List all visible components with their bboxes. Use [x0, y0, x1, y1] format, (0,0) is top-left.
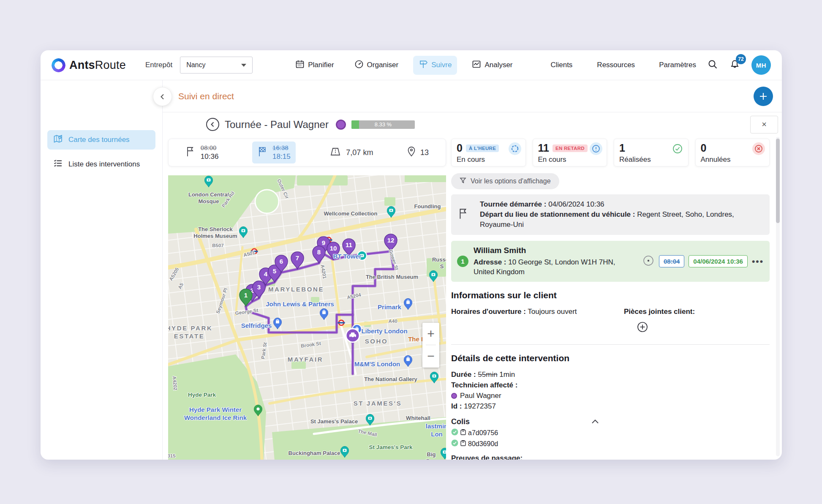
check-circle-icon	[451, 439, 458, 448]
proofs-label: Preuves de passage:	[451, 454, 523, 460]
package-icon	[460, 440, 466, 448]
bag-pin-poi-icon	[320, 309, 328, 320]
technician-color-dot	[451, 393, 457, 399]
camera-pin-poi-icon	[240, 227, 248, 238]
checkered-flag-icon	[257, 146, 268, 159]
end-new: 18:15	[272, 152, 291, 161]
zoom-out-button[interactable]: −	[422, 345, 439, 367]
tab-suivre[interactable]: Suivre	[413, 56, 457, 75]
tab-analyser[interactable]: Analyser	[466, 56, 518, 75]
route-marker-8[interactable]: 8	[313, 246, 325, 263]
chevron-up-icon	[591, 418, 599, 426]
colis-item: a7d09756	[451, 428, 770, 437]
display-options-button[interactable]: Voir les options d'affichage	[451, 173, 559, 189]
map-poi-layer	[205, 176, 446, 460]
card-value: 11	[538, 142, 549, 154]
tab-label: Planifier	[308, 61, 334, 69]
chevron-down-icon	[241, 64, 246, 67]
card-value: 0	[457, 142, 463, 154]
stop-card[interactable]: 1 William Smith Adresse : 10 George St, …	[451, 241, 770, 282]
svg-text:10: 10	[330, 245, 337, 252]
camera-pin-poi-icon	[205, 176, 213, 188]
check-icon	[671, 142, 684, 155]
intervention-details-section: Détails de cette intervention Durée : 55…	[451, 353, 770, 460]
person-gear-icon	[584, 60, 594, 71]
svg-text:4: 4	[264, 270, 268, 278]
nav-ressources[interactable]: Ressources	[584, 60, 635, 71]
client-name: William Smith	[474, 246, 637, 255]
nav-clients[interactable]: Clients	[537, 60, 572, 71]
progress-label: 8.33 %	[351, 120, 415, 129]
close-panel-button[interactable]: ×	[750, 116, 778, 133]
status-badge: À L'HEURE	[466, 144, 499, 152]
spinner-icon	[509, 142, 521, 155]
route-marker-11[interactable]: 11	[343, 239, 355, 256]
sidebar-item-liste-des-interventions[interactable]: Liste des interventions	[47, 155, 155, 174]
checklist-icon	[53, 158, 63, 170]
zoom-in-button[interactable]: +	[422, 323, 439, 345]
target-icon[interactable]	[642, 254, 655, 269]
stop-markers-layer: 294103567811121	[240, 234, 397, 306]
camera-pin-poi-icon	[387, 207, 395, 218]
antsroute-logo[interactable]: AntsRoute	[52, 58, 126, 72]
section-heading: Informations sur le client	[451, 290, 770, 300]
top-navbar: AntsRoute Entrepôt Nancy Planifier Organ…	[41, 50, 782, 80]
pin-icon	[407, 146, 416, 159]
notifications-button[interactable]: 72	[729, 59, 740, 71]
tab-organiser[interactable]: Organiser	[349, 56, 404, 75]
start-old: 08:00	[201, 144, 219, 152]
distance-stat: 7,07 km	[329, 147, 373, 158]
sidebar-item-carte-des-tournees[interactable]: Carte des tournées	[47, 130, 155, 150]
logo-icon	[52, 58, 65, 72]
status-badge: EN RETARD	[553, 144, 588, 152]
bag-pin-poi-icon	[404, 299, 412, 310]
planned-time-chip: 08:04	[659, 255, 684, 267]
tour-progress-bar: 8.33 %	[351, 120, 415, 129]
add-button[interactable]	[754, 87, 773, 106]
vehicle-marker[interactable]	[346, 329, 359, 346]
card-value: 0	[701, 142, 707, 154]
svg-text:6: 6	[280, 258, 283, 265]
tour-start-infobox: Tournée démarrée : 04/06/2024 10:36 Dépa…	[451, 194, 770, 235]
app-window: AntsRoute Entrepôt Nancy Planifier Organ…	[41, 50, 782, 460]
nav-link-label: Paramètres	[659, 61, 696, 69]
tab-label: Suivre	[431, 61, 452, 69]
search-button[interactable]	[708, 59, 718, 71]
stop-index-badge: 1	[457, 256, 468, 267]
entrepot-select[interactable]: Nancy	[180, 57, 253, 74]
colis-header[interactable]: Colis	[451, 417, 599, 426]
colis-item: 80d3690d	[451, 439, 770, 448]
panel-scrollbar[interactable]	[776, 137, 780, 456]
colis-id: 80d3690d	[468, 440, 498, 448]
card-annulees: 0 Annulées	[695, 139, 770, 166]
camera-pin-poi-icon	[430, 372, 438, 384]
back-button[interactable]	[153, 87, 172, 106]
tube-poi-icon	[251, 249, 258, 254]
tab-planifier[interactable]: Planifier	[290, 56, 339, 75]
green-pin-poi-icon	[254, 405, 262, 417]
scrollbar-thumb[interactable]	[776, 139, 780, 223]
proofs-block: Preuves de passage: 1	[451, 454, 770, 460]
camera-pin-poi-icon	[430, 271, 438, 282]
tab-label: Analyser	[484, 61, 512, 69]
bag-pin-poi-icon	[404, 356, 412, 367]
tab-label: Organiser	[367, 61, 399, 69]
route-map[interactable]: 294103567811121 London Central MosqueThe…	[168, 175, 446, 460]
start-value: 04/06/2024 10:36	[546, 200, 604, 208]
route-marker-12[interactable]: 12	[384, 234, 397, 251]
nav-parametres[interactable]: Paramètres	[646, 59, 696, 71]
funnel-icon	[460, 177, 466, 185]
cancel-icon	[752, 142, 765, 155]
entrepot-value: Nancy	[186, 61, 205, 69]
section-heading: Détails de cette intervention	[451, 353, 770, 363]
flag-icon	[458, 207, 470, 222]
more-options-button[interactable]: •••	[752, 256, 764, 267]
tour-stats-bar: 08:0010:36 16:3818:15 7,07 km 13	[168, 139, 446, 166]
status-cards: 0À L'HEURE En cours 11EN RETARD En cours…	[451, 139, 770, 166]
collapse-tour-button[interactable]	[206, 118, 219, 131]
bag-pin-poi-icon	[274, 318, 282, 330]
map-route-layer: 294103567811121	[168, 175, 446, 460]
technician-name: Paul Wagner	[460, 392, 501, 400]
add-attachment-button[interactable]	[637, 321, 770, 336]
avatar[interactable]: MH	[751, 55, 771, 75]
